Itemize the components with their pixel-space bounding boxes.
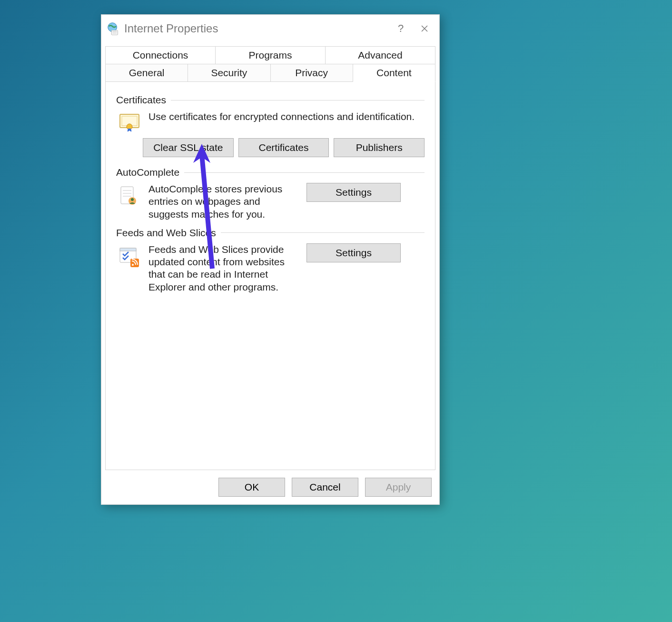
autocomplete-group-header: AutoComplete	[116, 167, 425, 178]
certificates-label: Certificates	[116, 94, 166, 106]
autocomplete-icon	[116, 183, 143, 208]
publishers-button[interactable]: Publishers	[334, 138, 425, 157]
feeds-label: Feeds and Web Slices	[116, 227, 216, 239]
tab-privacy[interactable]: Privacy	[271, 64, 353, 82]
svg-point-16	[132, 264, 134, 266]
tab-connections[interactable]: Connections	[105, 46, 216, 64]
internet-properties-dialog: Internet Properties ? Connections Progra…	[101, 14, 440, 505]
window-title: Internet Properties	[124, 22, 389, 35]
feeds-settings-button[interactable]: Settings	[306, 243, 401, 262]
internet-options-icon	[106, 21, 120, 36]
autocomplete-desc: AutoComplete stores previous entries on …	[148, 183, 301, 221]
dialog-footer: OK Cancel Apply	[101, 470, 439, 504]
titlebar: Internet Properties ?	[101, 15, 439, 42]
ok-button[interactable]: OK	[218, 478, 285, 497]
certificates-desc: Use certificates for encrypted connectio…	[148, 110, 425, 123]
certificates-buttons: Clear SSL state Certificates Publishers	[143, 138, 425, 157]
svg-rect-1	[111, 30, 118, 35]
autocomplete-label: AutoComplete	[116, 167, 179, 178]
clear-ssl-state-button[interactable]: Clear SSL state	[143, 138, 234, 157]
tab-general[interactable]: General	[105, 64, 188, 82]
help-button[interactable]: ?	[389, 19, 413, 38]
close-button[interactable]	[413, 19, 436, 38]
tab-content[interactable]: Content	[353, 64, 435, 82]
feeds-desc: Feeds and Web Slices provide updated con…	[148, 243, 301, 293]
autocomplete-settings-button[interactable]: Settings	[306, 183, 401, 202]
tabs: Connections Programs Advanced General Se…	[105, 46, 435, 82]
cancel-button[interactable]: Cancel	[292, 478, 358, 497]
tab-advanced[interactable]: Advanced	[326, 46, 435, 64]
tab-security[interactable]: Security	[188, 64, 270, 82]
svg-point-12	[131, 198, 134, 201]
content-tab-panel: Certificates Use certificates for encryp…	[105, 82, 435, 470]
certificates-group-header: Certificates	[116, 94, 425, 106]
apply-button[interactable]: Apply	[365, 478, 432, 497]
tab-programs[interactable]: Programs	[216, 46, 326, 64]
certificate-icon	[116, 110, 143, 131]
svg-rect-14	[120, 248, 136, 251]
certificates-button[interactable]: Certificates	[238, 138, 329, 157]
feeds-group-header: Feeds and Web Slices	[116, 227, 425, 239]
feeds-icon	[116, 243, 143, 268]
